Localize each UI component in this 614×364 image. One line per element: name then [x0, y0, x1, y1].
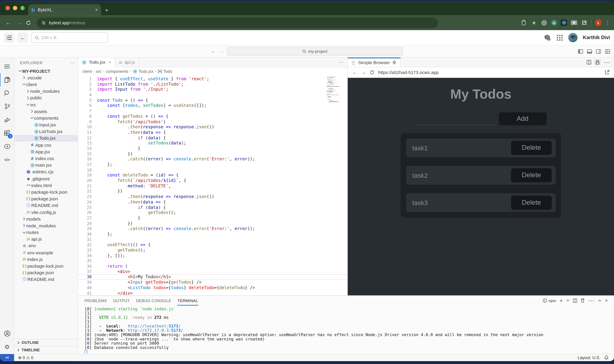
close-panel-icon[interactable]: × — [605, 298, 608, 303]
editor-tab-Todo.jsx[interactable]: Todo.jsx× — [78, 58, 115, 67]
breadcrumb-client[interactable]: client — [82, 69, 92, 74]
breadcrumb-Todo.jsx[interactable]: Todo.jsx — [133, 69, 153, 74]
lock-icon[interactable] — [594, 59, 601, 65]
tree-item-index.html[interactable]: <>index.html — [14, 182, 78, 189]
tree-item-routes[interactable]: routes — [14, 229, 78, 236]
panel-tab-problems[interactable]: PROBLEMS — [84, 296, 107, 305]
tree-item-App.jsx[interactable]: App.jsx — [14, 148, 78, 155]
app-menu-button[interactable] — [4, 32, 14, 43]
panel-tab-output[interactable]: OUTPUT — [113, 296, 130, 305]
sb-url[interactable]: https://a52had-5173.ocws.app — [378, 70, 438, 75]
split-editor-icon[interactable] — [587, 60, 591, 65]
tree-item-.eslintrc.cjs[interactable]: .eslintrc.cjs — [14, 169, 78, 175]
open-external-icon[interactable] — [605, 70, 609, 75]
breadcrumb-components[interactable]: components — [106, 69, 128, 74]
tree-item-node_modules[interactable]: node_modules — [14, 88, 78, 95]
tree-item-.gitignore[interactable]: ◆.gitignore — [14, 175, 78, 182]
terminal-output[interactable]: [0] [nodemon] starting `node index.js`[1… — [78, 305, 614, 353]
tree-item-index.css[interactable]: #index.css — [14, 155, 78, 162]
workbench-back-icon[interactable]: ← — [211, 49, 216, 54]
explorer-icon[interactable] — [0, 73, 14, 86]
address-bar[interactable]: bytexl.app/nimbus — [37, 17, 438, 28]
toggle-secondary-sidebar-icon[interactable] — [596, 49, 601, 54]
extension-camera-icon[interactable] — [571, 19, 577, 26]
tab-close-icon[interactable]: × — [109, 60, 111, 65]
run-debug-icon[interactable] — [0, 113, 14, 126]
tree-item-README.md[interactable]: ⓘREADME.md — [14, 202, 78, 209]
minimap[interactable] — [327, 77, 345, 103]
explorer-more-actions-icon[interactable]: ⋯ — [71, 60, 75, 65]
tree-item-client[interactable]: client — [14, 81, 78, 88]
tree-item-App.css[interactable]: #App.css — [14, 142, 78, 148]
outline-section[interactable]: OUTLINE — [14, 339, 78, 346]
tree-item-index.js[interactable]: JSindex.js — [14, 256, 78, 263]
live-preview-icon[interactable]: </> — [0, 153, 14, 166]
tree-item-assets[interactable]: assets — [14, 108, 78, 115]
bookmark-star-icon[interactable]: ★ — [531, 19, 537, 26]
browser-tab[interactable]: b ByteXL × — [28, 4, 101, 15]
customize-layout-icon[interactable] — [605, 49, 610, 54]
browser-forward-button[interactable]: → — [15, 20, 24, 26]
add-todo-button[interactable]: Add — [499, 112, 546, 125]
tree-item-src[interactable]: src — [14, 101, 78, 108]
tab-close-icon[interactable]: × — [95, 7, 98, 13]
notifications-bell-icon[interactable] — [604, 355, 608, 360]
timeline-section[interactable]: TIMELINE — [14, 346, 78, 353]
split-terminal-icon[interactable] — [573, 298, 577, 303]
simple-browser-more-icon[interactable]: ⋯ — [604, 58, 610, 66]
remote-indicator[interactable]: >< — [0, 354, 14, 361]
browser-back-button[interactable]: ← — [4, 20, 13, 26]
workspace-search-pill[interactable]: my-project — [227, 47, 403, 56]
sb-back-icon[interactable]: ← — [352, 70, 357, 75]
delete-todo-button[interactable]: Delete — [511, 141, 552, 155]
account-icon[interactable] — [0, 327, 14, 340]
tree-item-ListTodo.jsx[interactable]: ListTodo.jsx — [14, 128, 78, 135]
breadcrumb-src[interactable]: src — [96, 69, 102, 74]
site-settings-icon[interactable] — [41, 21, 46, 25]
panel-tab-debug-console[interactable]: DEBUG CONSOLE — [136, 296, 171, 305]
kill-terminal-icon[interactable] — [581, 298, 585, 303]
user-avatar[interactable] — [568, 33, 577, 42]
editor-tab-api.js[interactable]: JSapi.js — [115, 58, 139, 67]
toggle-sidebar-icon[interactable] — [578, 49, 583, 54]
keyboard-layout[interactable]: Layout: U.S. — [578, 355, 600, 360]
close-window-button[interactable] — [6, 6, 10, 10]
extension-react-devtools-icon[interactable] — [561, 20, 567, 26]
tree-item-public[interactable]: public — [14, 95, 78, 101]
maximize-window-button[interactable] — [20, 6, 25, 10]
sb-forward-icon[interactable]: → — [361, 70, 366, 75]
clipboard-icon[interactable] — [520, 19, 527, 26]
todo-text-input[interactable] — [415, 113, 496, 125]
new-terminal-icon[interactable]: + — [560, 298, 563, 303]
search-view-icon[interactable] — [0, 87, 14, 100]
sb-reload-icon[interactable] — [370, 70, 374, 75]
new-tab-button[interactable]: + — [105, 7, 109, 13]
tree-item-node_modules[interactable]: node_modules — [14, 222, 78, 229]
extensions-icon[interactable]: 1 — [0, 126, 14, 140]
delete-todo-button[interactable]: Delete — [511, 195, 552, 210]
chrome-profile-avatar[interactable]: k — [595, 19, 602, 26]
app-back-button[interactable]: ← — [18, 32, 28, 43]
tree-item-Todo.jsx[interactable]: Todo.jsx — [14, 135, 78, 142]
tree-item-main.jsx[interactable]: main.jsx — [14, 162, 78, 169]
power-tools-icon[interactable] — [0, 140, 14, 153]
command-search-input[interactable]: Ctrl + K — [31, 32, 108, 43]
extension-grammarly-icon[interactable]: G — [551, 20, 557, 26]
tree-item-package.json[interactable]: {}package.json — [14, 195, 78, 202]
breadcrumb-Todo[interactable]: Todo — [158, 69, 172, 74]
tree-item-models[interactable]: models — [14, 216, 78, 222]
code-editor[interactable]: 1import { useEffect, useState } from 're… — [78, 75, 347, 295]
tree-item-package-lock.json[interactable]: {}package-lock.json — [14, 189, 78, 195]
problems-status[interactable]: ⊗ 0 ⚠ 0 — [18, 355, 33, 360]
terminal-dropdown-icon[interactable] — [566, 299, 569, 302]
breadcrumb[interactable]: client›src›components›Todo.jsx›Todo — [78, 67, 347, 75]
extension-target-icon[interactable] — [541, 19, 547, 26]
tree-item-env-example[interactable]: ≡env-example — [14, 249, 78, 256]
minimize-window-button[interactable] — [13, 6, 17, 10]
activitybar-menu-icon[interactable] — [0, 60, 14, 73]
tree-item-MY-PROJECT[interactable]: MY-PROJECT — [14, 68, 78, 74]
workbench-forward-icon[interactable]: → — [219, 49, 224, 54]
editor-more-actions-icon[interactable]: ⋯ — [339, 58, 347, 67]
tree-item-components[interactable]: components — [14, 115, 78, 121]
tree-item-Input.jsx[interactable]: Input.jsx — [14, 121, 78, 128]
